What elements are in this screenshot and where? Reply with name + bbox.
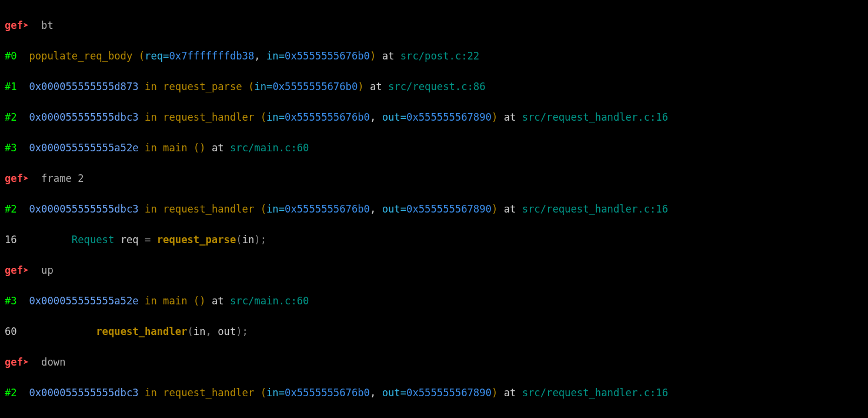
cmd-up: up [41, 264, 54, 276]
gef-prompt: gef➤ [5, 19, 41, 31]
gef-prompt: gef➤ [5, 356, 41, 368]
frame-2-info-b: #2 0x000055555555dbc3 in request_handler… [5, 385, 863, 400]
cmd-down: down [41, 356, 65, 368]
src-line-16: 16 Request req = request_parse(in); [5, 232, 863, 247]
gef-prompt: gef➤ [5, 264, 41, 276]
gef-prompt: gef➤ [5, 172, 41, 184]
frame-3-info: #3 0x000055555555a52e in main () at src/… [5, 293, 863, 308]
bt-frame-3: #3 0x000055555555a52e in main () at src/… [5, 140, 863, 155]
src-line-60: 60 request_handler(in, out); [5, 324, 863, 339]
src-line-16-b: 16 Request req = request_parse(in); [5, 416, 863, 418]
bt-frame-2: #2 0x000055555555dbc3 in request_handler… [5, 110, 863, 125]
cmd-frame-2: frame 2 [41, 172, 84, 184]
frame-2-info: #2 0x000055555555dbc3 in request_handler… [5, 201, 863, 217]
bt-frame-0: #0 populate_req_body (req=0x7fffffffdb38… [5, 48, 863, 64]
terminal-output[interactable]: gef➤ bt #0 populate_req_body (req=0x7fff… [0, 0, 868, 418]
bt-frame-1: #1 0x000055555555d873 in request_parse (… [5, 79, 863, 94]
cmd-bt: bt [41, 19, 54, 31]
